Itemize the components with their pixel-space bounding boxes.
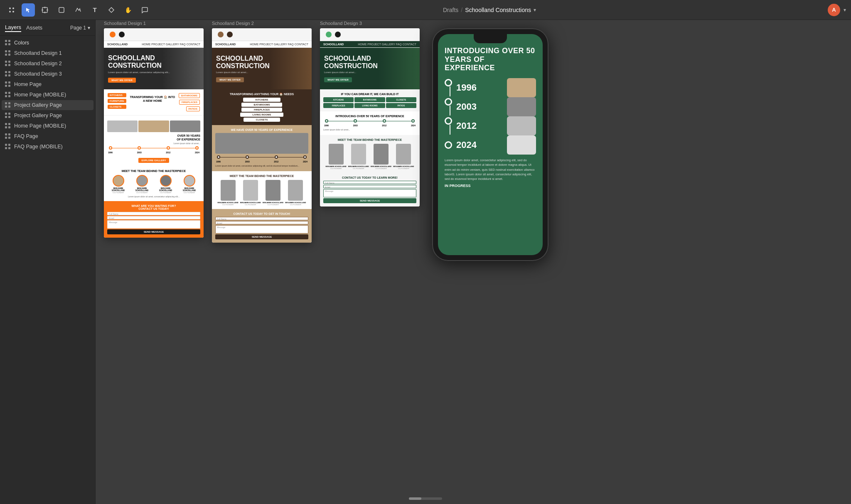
member-name: BENJAMIN SCHOOLLAND xyxy=(371,165,391,167)
mockup-1-cta[interactable]: WHAT WE OFFER xyxy=(108,78,136,83)
avatar[interactable]: A xyxy=(828,4,840,16)
form-3-email[interactable]: Email xyxy=(323,185,416,188)
sidebar-item-schoolland-design-2[interactable]: Schoolland Design 2 xyxy=(2,59,93,69)
form-3-name[interactable]: Full Name xyxy=(323,181,416,184)
breadcrumb-parent[interactable]: Drafts xyxy=(443,7,458,13)
team-member: BENJAMIN SCHOOLLAND CO-FOUNDER xyxy=(371,144,391,170)
design-card-3[interactable]: SCHOOLLAND HOME PROJECT GALLERY FAQ CONT… xyxy=(320,28,420,207)
member-title: CO-FOUNDER xyxy=(155,192,177,194)
tab-assets[interactable]: Assets xyxy=(26,24,42,32)
phone-description: Lorem ipsum dolor amet, consectetur adip… xyxy=(445,158,536,181)
sidebar-item-schoolland-design-3[interactable]: Schoolland Design 3 xyxy=(2,69,93,79)
sidebar-item-home-page-mobile-2[interactable]: Home Page (MOBILE) xyxy=(2,121,93,131)
timeline-image-2003 xyxy=(507,97,536,116)
mockup-3-cta[interactable]: WHAT WE OFFER xyxy=(324,77,352,82)
member-photo xyxy=(221,180,236,201)
send-btn-2[interactable]: SEND MESSAGE xyxy=(215,234,308,239)
timeline-year-1996: 1996 xyxy=(456,82,503,93)
text-tool-icon[interactable]: T xyxy=(88,3,101,17)
timeline-line-2 xyxy=(450,106,450,116)
sidebar-item-faq-page[interactable]: FAQ Page xyxy=(2,131,93,141)
sidebar-items-list: Colors Schoolland Design 1 Schoolland De… xyxy=(0,36,95,504)
vector-tool-icon[interactable] xyxy=(71,3,85,17)
select-tool-icon[interactable] xyxy=(22,3,35,17)
sidebar-item-faq-page-mobile[interactable]: FAQ Page (MOBILE) xyxy=(2,142,93,152)
sidebar-item-label: FAQ Page (MOBILE) xyxy=(14,144,63,150)
sidebar-item-home-page[interactable]: Home Page xyxy=(2,79,93,89)
scroll-thumb xyxy=(409,497,421,500)
drag-handle xyxy=(5,71,11,77)
design-1-label: Schoolland Design 1 xyxy=(104,21,146,26)
form-2-email[interactable]: Email xyxy=(215,221,308,224)
breadcrumb-current[interactable]: Schoolland Constructions xyxy=(465,7,531,13)
sidebar-item-schoolland-design-1[interactable]: Schoolland Design 1 xyxy=(2,48,93,58)
sidebar-item-project-gallery-2[interactable]: Project Gallery Page xyxy=(2,111,93,120)
member-title: CO-FOUNDER xyxy=(285,204,306,206)
sidebar-item-project-gallery-1[interactable]: Project Gallery Page xyxy=(2,100,93,110)
drag-handle xyxy=(5,123,11,129)
member-avatar xyxy=(184,175,195,187)
timeline-image-1996 xyxy=(507,78,536,97)
form-3-message[interactable]: Message xyxy=(323,189,416,197)
team-member: BENJAMIN SCHOOLLAND CO-FOUNDER xyxy=(107,175,129,194)
mockup-3-contact: CONTACT US TODAY TO LEARN MORE! Full Nam… xyxy=(320,173,420,207)
team-member: BENJAMIN SCHOOLLAND CO-FOUNDER xyxy=(263,180,283,206)
frame-tool-icon[interactable] xyxy=(38,3,52,17)
member-title: CO-FOUNDER xyxy=(131,192,153,194)
send-btn-1[interactable]: SEND MESSAGE xyxy=(107,229,200,234)
design-2-header xyxy=(212,28,312,41)
drag-handle xyxy=(5,61,11,66)
sidebar-item-label: Home Page (MOBILE) xyxy=(14,92,66,98)
page-selector[interactable]: Page 1 ▾ xyxy=(70,25,90,31)
member-photo xyxy=(288,180,303,201)
design-column-3: Schoolland Design 3 SCHOOLLAND HOME PROJ… xyxy=(320,28,420,207)
member-title: CO-FOUNDER xyxy=(263,204,283,206)
sidebar-item-home-page-mobile[interactable]: Home Page (MOBILE) xyxy=(2,90,93,100)
form-2-name[interactable]: Full Name xyxy=(215,217,308,220)
hand-tool-icon[interactable]: ✋ xyxy=(121,3,135,17)
design-3-header xyxy=(320,28,420,41)
sidebar-item-label: Schoolland Design 3 xyxy=(14,71,62,77)
form-name[interactable]: Full Name xyxy=(107,212,200,215)
team-3-title: MEET THE TEAM BEHIND THE MASTERPIECE xyxy=(323,138,416,141)
horizontal-scrollbar[interactable] xyxy=(409,497,442,500)
sidebar: Layers Assets Page 1 ▾ Colors Schoolland… xyxy=(0,20,96,504)
design-card-3-container: Schoolland Design 3 SCHOOLLAND HOME PROJ… xyxy=(320,28,420,207)
form-2-message[interactable]: Message xyxy=(215,225,308,234)
member-name: BENJAMIN SCHOOLLAND xyxy=(326,165,347,167)
form-message[interactable]: Message xyxy=(107,220,200,229)
mockup-1-hero: SCHOOLLANDCONSTRUCTION Lorem ipsum dolor… xyxy=(104,48,204,89)
phone-screen: INTRODUCING OVER 50 YEARS OF EXPERIENCE … xyxy=(438,34,543,255)
design-card-1[interactable]: SCHOOLLAND HOME PROJECT GALLERY FAQ CONT… xyxy=(104,28,204,238)
mockup-3-team: MEET THE TEAM BEHIND THE MASTERPIECE BEN… xyxy=(320,135,420,173)
team-member: BENJAMIN SCHOOLLAND CO-FOUNDER xyxy=(218,180,239,206)
shape-tool-icon[interactable] xyxy=(55,3,68,17)
member-photo xyxy=(329,144,344,165)
tab-layers[interactable]: Layers xyxy=(5,23,21,32)
mockup-1-contact: WHAT ARE YOU WAITING FOR?CONTACT US TODA… xyxy=(104,201,204,238)
explore-btn[interactable]: EXPLORE GALLERY xyxy=(138,158,170,163)
tag-fireplaces: FIREPLACES xyxy=(179,100,200,105)
sidebar-item-label: Colors xyxy=(14,40,29,46)
user-menu-arrow[interactable]: ▾ xyxy=(844,7,846,13)
breadcrumb-dropdown-icon[interactable]: ▾ xyxy=(534,7,536,13)
design-card-2[interactable]: SCHOOLLAND HOME PROJECT GALLERY FAQ CONT… xyxy=(212,28,312,243)
mockup-1-team: MEET THE TEAM BEHIND THE MASTERPIECE BEN… xyxy=(104,166,204,201)
team-member: BENJAMIN SCHOOLLAND CO-FOUNDER xyxy=(326,144,347,170)
component-tool-icon[interactable] xyxy=(105,3,118,17)
drag-handle xyxy=(5,133,11,139)
phone-timeline-2003: 2003 xyxy=(445,97,536,116)
phone-timeline-2012: 2012 xyxy=(445,116,536,135)
comment-tool-icon[interactable] xyxy=(138,3,151,17)
phone-intro-title: INTRODUCING OVER 50 YEARS OF EXPERIENCE xyxy=(445,47,536,72)
canvas-area[interactable]: Schoolland Design 1 SCHOOLLAND HOME PROJ… xyxy=(96,20,851,504)
send-btn-3[interactable]: SEND MESSAGE xyxy=(323,198,416,203)
drag-handle xyxy=(5,50,11,56)
sidebar-item-label: Project Gallery Page xyxy=(14,113,62,118)
main-menu-icon[interactable] xyxy=(5,3,18,17)
mockup-2-years: 1996 2003 2012 2024 xyxy=(215,160,308,163)
mockup-2-cta[interactable]: WHAT WE OFFER xyxy=(216,77,244,82)
drag-handle xyxy=(5,113,11,118)
form-email[interactable]: Email xyxy=(107,216,200,219)
sidebar-item-colors[interactable]: Colors xyxy=(2,38,93,48)
